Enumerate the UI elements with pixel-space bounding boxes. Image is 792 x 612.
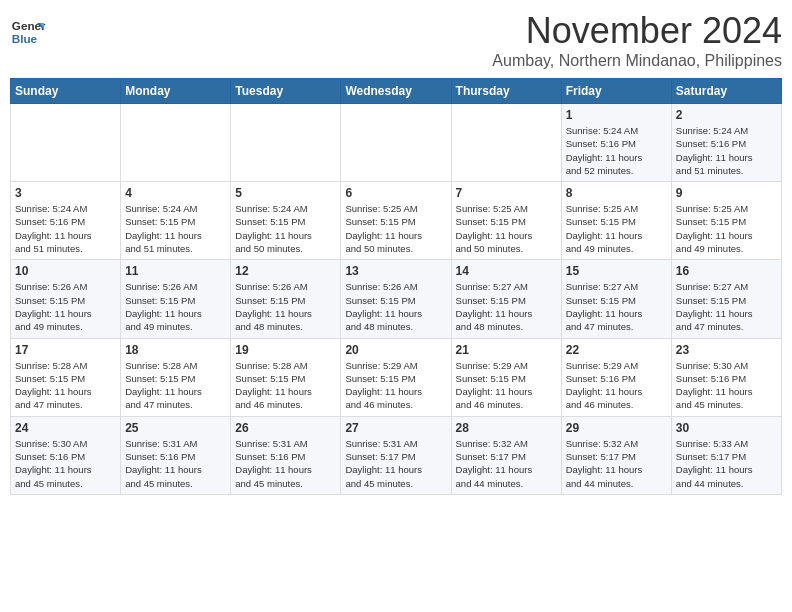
day-info: Sunrise: 5:24 AM Sunset: 5:16 PM Dayligh…	[15, 202, 116, 255]
calendar-cell: 24Sunrise: 5:30 AM Sunset: 5:16 PM Dayli…	[11, 416, 121, 494]
day-info: Sunrise: 5:30 AM Sunset: 5:16 PM Dayligh…	[676, 359, 777, 412]
day-info: Sunrise: 5:26 AM Sunset: 5:15 PM Dayligh…	[345, 280, 446, 333]
day-number: 9	[676, 186, 777, 200]
calendar-cell: 15Sunrise: 5:27 AM Sunset: 5:15 PM Dayli…	[561, 260, 671, 338]
calendar-cell: 10Sunrise: 5:26 AM Sunset: 5:15 PM Dayli…	[11, 260, 121, 338]
day-info: Sunrise: 5:27 AM Sunset: 5:15 PM Dayligh…	[676, 280, 777, 333]
location-title: Aumbay, Northern Mindanao, Philippines	[492, 52, 782, 70]
calendar-cell: 28Sunrise: 5:32 AM Sunset: 5:17 PM Dayli…	[451, 416, 561, 494]
day-number: 5	[235, 186, 336, 200]
day-number: 18	[125, 343, 226, 357]
calendar-cell: 14Sunrise: 5:27 AM Sunset: 5:15 PM Dayli…	[451, 260, 561, 338]
day-info: Sunrise: 5:30 AM Sunset: 5:16 PM Dayligh…	[15, 437, 116, 490]
day-number: 24	[15, 421, 116, 435]
calendar-cell: 13Sunrise: 5:26 AM Sunset: 5:15 PM Dayli…	[341, 260, 451, 338]
day-number: 21	[456, 343, 557, 357]
day-info: Sunrise: 5:28 AM Sunset: 5:15 PM Dayligh…	[125, 359, 226, 412]
calendar-cell: 4Sunrise: 5:24 AM Sunset: 5:15 PM Daylig…	[121, 182, 231, 260]
weekday-header-sunday: Sunday	[11, 79, 121, 104]
day-number: 28	[456, 421, 557, 435]
calendar-cell: 12Sunrise: 5:26 AM Sunset: 5:15 PM Dayli…	[231, 260, 341, 338]
day-number: 30	[676, 421, 777, 435]
day-number: 20	[345, 343, 446, 357]
day-number: 19	[235, 343, 336, 357]
calendar-cell	[11, 104, 121, 182]
day-number: 23	[676, 343, 777, 357]
day-number: 14	[456, 264, 557, 278]
day-info: Sunrise: 5:32 AM Sunset: 5:17 PM Dayligh…	[456, 437, 557, 490]
calendar-cell: 17Sunrise: 5:28 AM Sunset: 5:15 PM Dayli…	[11, 338, 121, 416]
day-info: Sunrise: 5:33 AM Sunset: 5:17 PM Dayligh…	[676, 437, 777, 490]
weekday-header-row: SundayMondayTuesdayWednesdayThursdayFrid…	[11, 79, 782, 104]
weekday-header-wednesday: Wednesday	[341, 79, 451, 104]
day-info: Sunrise: 5:26 AM Sunset: 5:15 PM Dayligh…	[15, 280, 116, 333]
day-number: 25	[125, 421, 226, 435]
day-info: Sunrise: 5:29 AM Sunset: 5:16 PM Dayligh…	[566, 359, 667, 412]
day-info: Sunrise: 5:24 AM Sunset: 5:15 PM Dayligh…	[125, 202, 226, 255]
month-title: November 2024	[492, 10, 782, 52]
calendar-cell: 8Sunrise: 5:25 AM Sunset: 5:15 PM Daylig…	[561, 182, 671, 260]
weekday-header-saturday: Saturday	[671, 79, 781, 104]
svg-text:Blue: Blue	[12, 32, 38, 45]
day-info: Sunrise: 5:31 AM Sunset: 5:17 PM Dayligh…	[345, 437, 446, 490]
calendar-cell: 20Sunrise: 5:29 AM Sunset: 5:15 PM Dayli…	[341, 338, 451, 416]
day-number: 10	[15, 264, 116, 278]
day-info: Sunrise: 5:27 AM Sunset: 5:15 PM Dayligh…	[566, 280, 667, 333]
day-number: 7	[456, 186, 557, 200]
day-number: 27	[345, 421, 446, 435]
day-info: Sunrise: 5:24 AM Sunset: 5:16 PM Dayligh…	[566, 124, 667, 177]
page-header: General Blue November 2024 Aumbay, North…	[10, 10, 782, 70]
day-number: 16	[676, 264, 777, 278]
day-number: 11	[125, 264, 226, 278]
calendar-cell: 7Sunrise: 5:25 AM Sunset: 5:15 PM Daylig…	[451, 182, 561, 260]
day-number: 26	[235, 421, 336, 435]
calendar-cell: 11Sunrise: 5:26 AM Sunset: 5:15 PM Dayli…	[121, 260, 231, 338]
calendar-week-row: 1Sunrise: 5:24 AM Sunset: 5:16 PM Daylig…	[11, 104, 782, 182]
day-info: Sunrise: 5:32 AM Sunset: 5:17 PM Dayligh…	[566, 437, 667, 490]
logo: General Blue	[10, 14, 46, 50]
calendar-cell: 18Sunrise: 5:28 AM Sunset: 5:15 PM Dayli…	[121, 338, 231, 416]
day-info: Sunrise: 5:25 AM Sunset: 5:15 PM Dayligh…	[566, 202, 667, 255]
calendar-cell: 6Sunrise: 5:25 AM Sunset: 5:15 PM Daylig…	[341, 182, 451, 260]
calendar-cell	[341, 104, 451, 182]
day-info: Sunrise: 5:25 AM Sunset: 5:15 PM Dayligh…	[345, 202, 446, 255]
day-number: 1	[566, 108, 667, 122]
weekday-header-friday: Friday	[561, 79, 671, 104]
title-block: November 2024 Aumbay, Northern Mindanao,…	[492, 10, 782, 70]
calendar-cell	[451, 104, 561, 182]
calendar-week-row: 17Sunrise: 5:28 AM Sunset: 5:15 PM Dayli…	[11, 338, 782, 416]
calendar-cell: 16Sunrise: 5:27 AM Sunset: 5:15 PM Dayli…	[671, 260, 781, 338]
day-number: 2	[676, 108, 777, 122]
calendar-cell: 30Sunrise: 5:33 AM Sunset: 5:17 PM Dayli…	[671, 416, 781, 494]
calendar-cell: 22Sunrise: 5:29 AM Sunset: 5:16 PM Dayli…	[561, 338, 671, 416]
calendar-table: SundayMondayTuesdayWednesdayThursdayFrid…	[10, 78, 782, 495]
day-number: 3	[15, 186, 116, 200]
day-info: Sunrise: 5:29 AM Sunset: 5:15 PM Dayligh…	[456, 359, 557, 412]
day-info: Sunrise: 5:28 AM Sunset: 5:15 PM Dayligh…	[15, 359, 116, 412]
calendar-cell: 1Sunrise: 5:24 AM Sunset: 5:16 PM Daylig…	[561, 104, 671, 182]
day-number: 22	[566, 343, 667, 357]
calendar-cell	[121, 104, 231, 182]
calendar-cell: 9Sunrise: 5:25 AM Sunset: 5:15 PM Daylig…	[671, 182, 781, 260]
calendar-cell	[231, 104, 341, 182]
day-number: 13	[345, 264, 446, 278]
day-info: Sunrise: 5:26 AM Sunset: 5:15 PM Dayligh…	[235, 280, 336, 333]
weekday-header-tuesday: Tuesday	[231, 79, 341, 104]
day-number: 17	[15, 343, 116, 357]
calendar-week-row: 3Sunrise: 5:24 AM Sunset: 5:16 PM Daylig…	[11, 182, 782, 260]
calendar-cell: 26Sunrise: 5:31 AM Sunset: 5:16 PM Dayli…	[231, 416, 341, 494]
calendar-cell: 5Sunrise: 5:24 AM Sunset: 5:15 PM Daylig…	[231, 182, 341, 260]
day-info: Sunrise: 5:24 AM Sunset: 5:15 PM Dayligh…	[235, 202, 336, 255]
day-number: 8	[566, 186, 667, 200]
day-number: 12	[235, 264, 336, 278]
calendar-cell: 21Sunrise: 5:29 AM Sunset: 5:15 PM Dayli…	[451, 338, 561, 416]
calendar-week-row: 24Sunrise: 5:30 AM Sunset: 5:16 PM Dayli…	[11, 416, 782, 494]
calendar-cell: 2Sunrise: 5:24 AM Sunset: 5:16 PM Daylig…	[671, 104, 781, 182]
day-info: Sunrise: 5:27 AM Sunset: 5:15 PM Dayligh…	[456, 280, 557, 333]
day-number: 6	[345, 186, 446, 200]
calendar-cell: 23Sunrise: 5:30 AM Sunset: 5:16 PM Dayli…	[671, 338, 781, 416]
weekday-header-thursday: Thursday	[451, 79, 561, 104]
day-info: Sunrise: 5:25 AM Sunset: 5:15 PM Dayligh…	[456, 202, 557, 255]
day-number: 29	[566, 421, 667, 435]
calendar-cell: 27Sunrise: 5:31 AM Sunset: 5:17 PM Dayli…	[341, 416, 451, 494]
